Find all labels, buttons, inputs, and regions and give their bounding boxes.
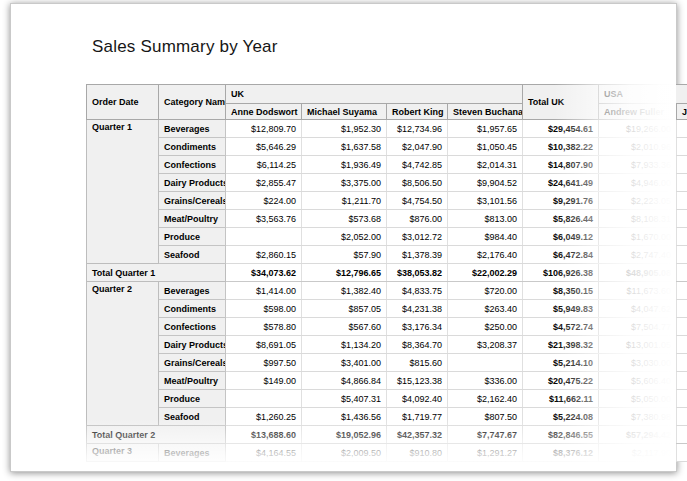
value-cell: $5,407.31: [302, 390, 387, 408]
value-cell: $8,376.12: [523, 444, 599, 462]
value-cell: $2,052.00: [302, 228, 387, 246]
table-row: Condiments$598.00$857.05$4,231.38$263.40…: [87, 300, 687, 318]
category-label: Beverages: [159, 282, 226, 300]
total-row: Total Quarter 2$13,688.60$19,052.96$42,3…: [87, 426, 687, 444]
table-row: Confections$578.80$567.60$3,176.34$250.0…: [87, 318, 687, 336]
total-value-cell: $57,294.42: [599, 426, 677, 444]
value-cell: $3,401.00: [302, 354, 387, 372]
value-cell-partial: [677, 156, 687, 174]
column-header-steven-buchana: Steven Buchana: [448, 104, 523, 120]
value-cell: $20,475.22: [523, 372, 599, 390]
value-cell: $8,364.70: [387, 336, 448, 354]
value-cell-partial: [677, 210, 687, 228]
value-cell: $12,734.96: [387, 120, 448, 138]
table-row: Seafood$1,260.25$1,436.56$1,719.77$807.5…: [87, 408, 687, 426]
value-cell: $598.00: [226, 300, 302, 318]
value-cell: $807.50: [448, 408, 523, 426]
column-header-anne-dodswort: Anne Dodswort: [226, 104, 302, 120]
column-header-partial: Ja: [677, 104, 687, 120]
value-cell: [226, 390, 302, 408]
value-cell: $4,754.50: [387, 192, 448, 210]
total-value-cell: $48,905.08: [599, 264, 677, 282]
value-cell: $1,957.65: [448, 120, 523, 138]
value-cell: $7,933.36: [599, 156, 677, 174]
value-cell: $1,050.45: [448, 138, 523, 156]
table-row: Dairy Products$2,855.47$3,375.00$8,506.5…: [87, 174, 687, 192]
value-cell: $3,176.34: [387, 318, 448, 336]
value-cell: $3,563.76: [226, 210, 302, 228]
value-cell: $4,231.38: [387, 300, 448, 318]
value-cell: $7,504.77: [599, 318, 677, 336]
value-cell: $813.00: [448, 210, 523, 228]
total-value-cell: $106,926.38: [523, 264, 599, 282]
value-cell: $11,662.11: [523, 390, 599, 408]
value-cell: $815.60: [387, 354, 448, 372]
value-cell: [448, 354, 523, 372]
sales-summary-table: Order Date Category Name UK Total UK USA…: [86, 84, 687, 462]
value-cell: $2,176.40: [448, 246, 523, 264]
usa-group-header: USA: [599, 85, 687, 104]
value-cell: $3,375.00: [302, 174, 387, 192]
category-label: Seafood: [159, 408, 226, 426]
value-cell: $4,833.75: [387, 282, 448, 300]
value-cell: $1,719.77: [387, 408, 448, 426]
value-cell-partial: [677, 192, 687, 210]
value-cell: $5,646.29: [226, 138, 302, 156]
table-row: Dairy Products$8,691.05$1,134.20$8,364.7…: [87, 336, 687, 354]
category-label: Dairy Products: [159, 174, 226, 192]
column-header-michael-suyama: Michael Suyama: [302, 104, 387, 120]
uk-group-header: UK: [226, 85, 523, 104]
table-row: Grains/Cereals$997.50$3,401.00$815.60$5,…: [87, 354, 687, 372]
value-cell: $5,826.44: [523, 210, 599, 228]
category-label: Condiments: [159, 138, 226, 156]
value-cell: $8,108.31: [599, 210, 677, 228]
value-cell: $1,936.49: [302, 156, 387, 174]
value-cell-partial: [677, 444, 687, 462]
page-title: Sales Summary by Year: [92, 37, 278, 57]
value-cell: $1,291.27: [448, 444, 523, 462]
value-cell: $5,606.40: [599, 372, 677, 390]
value-cell: $1,134.20: [302, 336, 387, 354]
total-value-cell: $82,846.55: [523, 426, 599, 444]
total-row-label: Total Quarter 1: [87, 264, 226, 282]
value-cell-partial: [677, 138, 687, 156]
value-cell: $57.90: [302, 246, 387, 264]
value-cell-partial: [677, 390, 687, 408]
value-cell: $984.40: [448, 228, 523, 246]
quarter-label: Quarter 3: [87, 444, 159, 462]
value-cell: $19,266.00: [599, 120, 677, 138]
value-cell-partial: [677, 120, 687, 138]
value-cell-partial: [677, 372, 687, 390]
quarter-label: Quarter 2: [87, 282, 159, 426]
value-cell: $8,350.15: [523, 282, 599, 300]
column-header-robert-king: Robert King: [387, 104, 448, 120]
total-value-cell: $42,357.32: [387, 426, 448, 444]
value-cell: $578.80: [226, 318, 302, 336]
value-cell: $2,009.50: [302, 444, 387, 462]
value-cell: $8,506.50: [387, 174, 448, 192]
total-value-cell-partial: [677, 264, 687, 282]
value-cell: $6,049.12: [523, 228, 599, 246]
value-cell: $2,014.31: [448, 156, 523, 174]
value-cell: $2,855.47: [226, 174, 302, 192]
value-cell: $149.00: [226, 372, 302, 390]
table-row: Quarter 3Beverages$4,164.55$2,009.50$910…: [87, 444, 687, 462]
category-label: Dairy Products: [159, 336, 226, 354]
value-cell: $4,164.55: [226, 444, 302, 462]
value-cell: $997.50: [226, 354, 302, 372]
table-row: Confections$6,114.25$1,936.49$4,742.85$2…: [87, 156, 687, 174]
value-cell: $14,807.90: [523, 156, 599, 174]
value-cell: $1,414.00: [226, 282, 302, 300]
value-cell: $1,378.39: [387, 246, 448, 264]
report-table-container: Order Date Category Name UK Total UK USA…: [86, 84, 687, 472]
value-cell: $2,010.96: [599, 138, 677, 156]
value-cell: $263.40: [448, 300, 523, 318]
total-row-label: Total Quarter 2: [87, 426, 226, 444]
value-cell: $3,101.56: [448, 192, 523, 210]
value-cell: $2,860.15: [226, 246, 302, 264]
value-cell: $4,866.84: [302, 372, 387, 390]
table-row: Quarter 1Beverages$12,809.70$1,952.30$12…: [87, 120, 687, 138]
table-row: Grains/Cereals$224.00$1,211.70$4,754.50$…: [87, 192, 687, 210]
total-row: Total Quarter 1$34,073.62$12,796.65$38,0…: [87, 264, 687, 282]
category-label: Seafood: [159, 246, 226, 264]
